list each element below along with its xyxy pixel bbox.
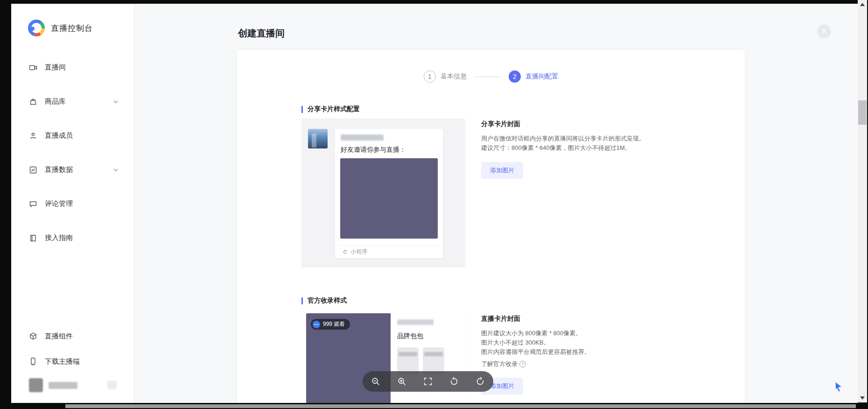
create-live-room-panel: 1 基本信息 2 直播间配置 分享卡片样式配置 好友邀请你参与直播：	[237, 50, 745, 403]
share-cover-desc-line: 用户在微信对话框内分享的直播间将以分享卡片的形式呈现。	[481, 134, 742, 143]
chevron-down-icon	[113, 169, 118, 171]
sidebar-item-access-guide[interactable]: 接入指南	[11, 221, 134, 255]
sidebar-item-live-data[interactable]: 直播数据	[11, 153, 134, 187]
step-connector	[474, 77, 501, 77]
scroll-up-arrow-icon[interactable]	[860, 3, 865, 6]
main-content: 创建直播间 1 基本信息 2 直播间配置 分享卡片样式配置	[134, 4, 858, 403]
avatar	[29, 378, 43, 392]
scroll-down-arrow-icon[interactable]	[860, 396, 865, 400]
fullscreen-button[interactable]	[420, 374, 436, 389]
live-cover-desc-line: 图片大小不超过 300KB。	[481, 338, 742, 347]
help-icon: ?	[519, 361, 526, 367]
share-card-footer: 小程序	[339, 245, 439, 258]
redacted-host-name	[397, 319, 434, 325]
product-title: 品牌包包	[397, 332, 459, 340]
vertical-scrollbar[interactable]	[858, 0, 867, 402]
step-room-config: 2 直播间配置	[509, 71, 558, 83]
step-label: 直播间配置	[525, 72, 558, 81]
bottom-taskbar-strip	[65, 404, 856, 408]
viewers-icon	[313, 321, 320, 328]
sidebar-item-download-host-client[interactable]: 下载主播端	[11, 349, 134, 374]
image-viewer-toolbar	[363, 371, 493, 392]
sidebar-item-label: 评论管理	[45, 199, 73, 208]
live-cover-title: 直播卡片封面	[481, 315, 742, 323]
rotate-left-button[interactable]	[446, 374, 462, 389]
component-icon	[29, 332, 37, 340]
sidebar-item-label: 直播间	[45, 63, 66, 72]
page-title: 创建直播间	[238, 27, 285, 40]
live-cover-desc-line: 图片建议大小为 800像素 * 800像素。	[481, 329, 742, 338]
miniprogram-label: 小程序	[350, 248, 367, 256]
step-number: 1	[424, 71, 436, 83]
share-cover-placeholder	[340, 158, 438, 239]
share-card-info: 分享卡片封面 用户在微信对话框内分享的直播间将以分享卡片的形式呈现。 建议尺寸：…	[481, 120, 742, 179]
user-account-row[interactable]	[11, 374, 134, 396]
guide-icon	[29, 234, 37, 242]
fullscreen-icon	[423, 376, 433, 387]
product-thumbnail	[397, 347, 419, 374]
redacted-sender-name	[341, 134, 384, 141]
step-basic-info[interactable]: 1 基本信息	[424, 71, 467, 83]
zoom-in-icon	[397, 376, 407, 387]
data-icon	[29, 166, 37, 174]
redacted-user-name	[49, 382, 77, 389]
chevron-down-icon	[113, 100, 118, 103]
zoom-out-button[interactable]	[368, 374, 384, 389]
sidebar-item-label: 直播组件	[45, 332, 73, 341]
close-icon	[821, 28, 827, 34]
bag-icon	[29, 98, 37, 106]
share-card-preview: 好友邀请你参与直播： 小程序	[301, 119, 465, 268]
sidebar-item-live-components[interactable]: 直播组件	[11, 324, 134, 349]
sidebar-item-product-library[interactable]: 商品库	[11, 85, 134, 119]
zoom-in-button[interactable]	[394, 374, 410, 389]
sidebar-item-live-members[interactable]: 直播成员	[11, 119, 134, 153]
product-thumbnail	[423, 347, 444, 374]
add-share-image-button[interactable]: 添加图片	[481, 162, 523, 179]
share-cover-title: 分享卡片封面	[481, 120, 742, 128]
share-cover-desc-line: 建议尺寸：800像素 * 640像素，图片大小不得超过1M。	[481, 143, 742, 153]
app-title: 直播控制台	[51, 23, 93, 34]
step-label: 基本信息	[441, 72, 467, 81]
sidebar-item-label: 下载主播端	[45, 357, 80, 366]
sidebar-item-comment-management[interactable]: 评论管理	[11, 187, 134, 221]
share-card-section-title: 分享卡片样式配置	[301, 105, 360, 113]
camera-icon	[29, 63, 37, 72]
official-listing-help-link[interactable]: 了解官方收录 ?	[481, 360, 742, 368]
logo-row: 直播控制台	[11, 4, 134, 36]
invite-text: 好友邀请你参与直播：	[341, 146, 439, 154]
mouse-cursor-icon	[833, 381, 845, 396]
viewers-count: 999 观看	[323, 320, 345, 328]
help-link-label: 了解官方收录	[481, 360, 518, 368]
sidebar-item-live-room[interactable]: 直播间	[11, 50, 134, 85]
download-icon	[29, 357, 37, 366]
rotate-left-icon	[449, 376, 459, 387]
zoom-out-icon	[371, 376, 381, 387]
sidebar-item-label: 直播成员	[45, 131, 73, 140]
sidebar-bottom: 直播组件 下载主播端	[11, 324, 134, 396]
sidebar-item-label: 直播数据	[45, 165, 73, 174]
live-cover-desc-line: 图片内容遵循平台规范后更容易被推荐。	[481, 347, 742, 357]
share-card-mock: 好友邀请你参与直播： 小程序	[335, 129, 443, 258]
sidebar-item-label: 商品库	[45, 97, 66, 106]
sidebar-item-label: 接入指南	[45, 233, 73, 242]
app-logo-icon	[28, 20, 45, 36]
chat-avatar-image	[308, 129, 328, 148]
redacted-user-badge	[107, 381, 117, 389]
official-section-title: 官方收录样式	[301, 296, 347, 305]
app-window: 直播控制台 直播间 商品库 直播成员 直播数据	[11, 4, 858, 403]
scrollbar-thumb[interactable]	[858, 100, 867, 125]
stepper: 1 基本信息 2 直播间配置	[237, 71, 745, 83]
members-icon	[29, 132, 37, 140]
product-thumbnails	[397, 347, 459, 374]
viewers-badge: 999 观看	[311, 319, 350, 330]
close-button[interactable]	[817, 24, 831, 38]
rotate-right-icon	[475, 376, 485, 387]
rotate-right-button[interactable]	[472, 374, 488, 389]
official-card-info: 直播卡片封面 图片建议大小为 800像素 * 800像素。 图片大小不超过 30…	[481, 315, 742, 395]
miniprogram-icon	[342, 249, 348, 255]
sidebar: 直播控制台 直播间 商品库 直播成员 直播数据	[11, 4, 134, 403]
step-number: 2	[509, 71, 521, 83]
sidebar-nav: 直播间 商品库 直播成员 直播数据 评论管理 接入指南	[11, 50, 134, 255]
comment-icon	[29, 200, 37, 208]
